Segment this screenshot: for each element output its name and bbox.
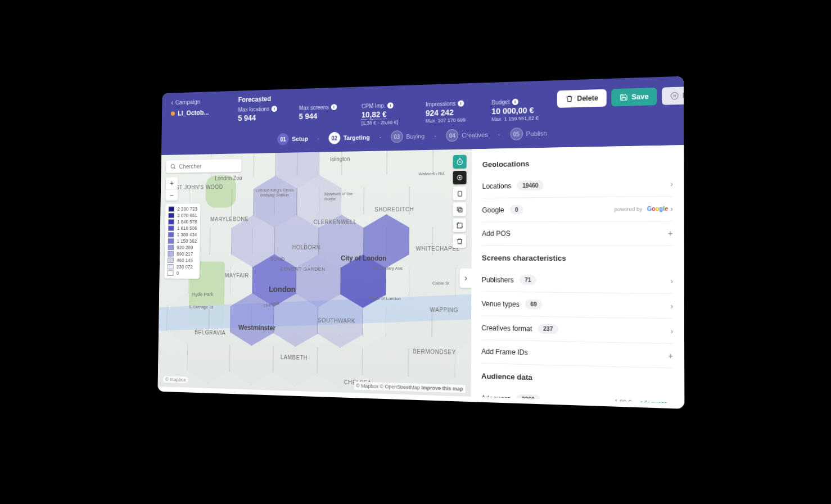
row-venue-types[interactable]: Venue types69 › [481,292,673,319]
legend-swatch-icon [168,226,174,231]
legend-row: 0 [168,270,197,276]
legend-swatch-icon [168,245,174,251]
tool-crop-button[interactable] [453,219,466,232]
tool-rectangle-button[interactable] [453,187,466,200]
header: Campaign LI_Octob... Forecasted Max loca… [161,76,684,155]
map-search[interactable] [166,159,241,173]
legend-row: 230 072 [168,264,197,270]
city-label: London [269,285,296,294]
count-badge: 71 [520,275,536,285]
back-to-campaign[interactable]: Campaign [171,97,226,107]
step-buying[interactable]: 03Buying [391,130,424,143]
chevron-right-icon: › [670,180,672,188]
district-label: WAPPING [430,307,458,314]
count-badge: 19460 [517,180,544,190]
legend-row: 1 610 506 [168,225,197,231]
legend-value: 0 [177,270,179,276]
search-input[interactable] [179,162,237,170]
district-label: BERMONDSEY [413,348,456,356]
pause-icon [670,92,679,100]
legend-row: 1 380 434 [168,231,197,238]
street-label: Cable St [432,280,450,285]
metric-budget: Budgeti 10 000,00 € Max 1 159 551,82 € [491,98,543,122]
tool-trash-button[interactable] [453,234,466,248]
step-targeting[interactable]: 02Targeting [328,131,370,144]
district-label: MAYFAIR [225,273,249,279]
info-icon[interactable]: i [512,99,518,105]
legend-value: 2 070 651 [177,212,197,218]
legend-swatch-icon [168,238,174,244]
row-google[interactable]: Google0 powered by Google › [482,197,673,223]
chevron-right-icon: › [671,302,673,310]
legend-value: 1 380 434 [177,232,197,238]
legend-row: 1 150 362 [168,238,197,244]
tool-copy-button[interactable] [453,202,466,216]
improve-map-link[interactable]: Improve this map [421,385,463,392]
district-label: CLERKENWELL [314,219,357,225]
poi-label: Hyde Park [192,292,214,297]
section-geolocations: Geolocations [482,157,673,169]
metric-max-screens: Max screensi 5 944 [299,104,346,128]
plus-icon: + [668,351,673,361]
count-badge: 0 [510,205,523,215]
info-icon[interactable]: i [331,104,336,110]
street-label: Walworth Rd [418,171,444,176]
chevron-right-icon: › [671,327,673,335]
mapbox-logo: © mapbox [162,376,188,383]
delete-button[interactable]: Delete [557,89,607,108]
step-publish[interactable]: 05Publish [510,127,547,140]
legend-swatch-icon [168,232,174,238]
status-dot-icon [171,111,175,116]
panel-expand-button[interactable]: › [460,269,472,288]
metric-cpm: CPM Imp.i 10,82 € [1,38 € - 25,69 €] [362,102,410,126]
poi-label: London Zoo [215,175,242,181]
tool-timer-button[interactable] [453,155,467,169]
map-legend: 2 300 7232 070 6511 840 5781 610 5061 38… [164,203,200,279]
legend-row: 690 217 [168,251,197,257]
tool-locate-button[interactable] [453,171,467,184]
chevron-right-icon: › [671,277,673,285]
row-publishers[interactable]: Publishers71 › [482,268,673,294]
row-add-pos[interactable]: Add POS + [482,221,673,246]
legend-value: 920 289 [177,245,193,251]
legend-value: 230 072 [177,264,193,270]
save-icon [620,93,628,102]
legend-value: 460 145 [177,258,193,264]
legend-row: 460 145 [168,257,197,264]
map[interactable]: ST JOHN'S WOOD London Zoo Islington MARY… [158,149,472,396]
street-label: S Carnage St [189,305,213,310]
district-label: BELGRAVIA [195,329,225,336]
count-badge: 69 [525,299,542,310]
section-audience: Audience data [481,371,673,385]
district-label: SHOREDITCH [374,206,414,212]
legend-swatch-icon [168,219,174,225]
zoom-out-button[interactable]: − [165,189,177,201]
poi-label: Museum of the Home [324,191,356,201]
info-icon[interactable]: i [458,100,464,106]
poi-label: Tower of London [368,296,400,301]
legend-row: 1 840 578 [168,219,197,225]
search-icon [170,163,176,170]
step-creatives[interactable]: 04Creatives [446,129,488,142]
row-locations[interactable]: Locations19460 › [482,172,672,198]
metric-max-locations: Max locationsi 5 944 [238,106,284,129]
pause-button[interactable]: Pause [662,86,684,105]
district-label: ST JOHN'S WOOD [175,184,223,190]
info-icon[interactable]: i [387,102,394,108]
row-adsquare[interactable]: Adsquare2260 1,00 € adsquare › [481,386,674,403]
svg-rect-5 [458,191,462,196]
info-icon[interactable]: i [272,106,277,112]
legend-row: 920 289 [168,244,197,251]
row-creatives-format[interactable]: Creatives format237 › [481,316,673,344]
legend-row: 2 300 723 [168,206,197,212]
district-label: MARYLEBONE [210,216,249,223]
row-add-frame-ids[interactable]: Add Frame IDs + [481,340,673,369]
adsquare-logo-icon: adsquare [640,399,667,403]
save-button[interactable]: Save [611,88,657,106]
legend-swatch-icon [168,213,174,219]
district-label: Islington [330,156,350,162]
svg-point-0 [671,92,678,99]
zoom-in-button[interactable]: + [166,177,178,189]
legend-swatch-icon [168,251,174,257]
step-setup[interactable]: 01Setup [277,133,308,146]
